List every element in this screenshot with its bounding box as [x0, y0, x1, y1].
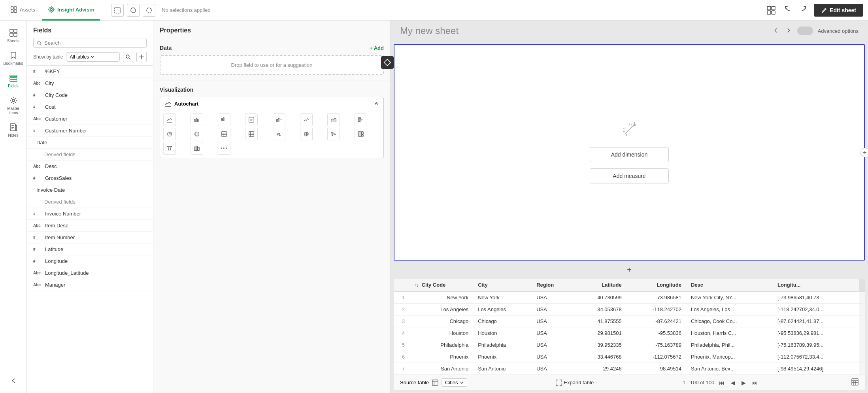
page-next-button[interactable]: ▶: [740, 379, 747, 387]
viz-inner: Add dimension Add measure: [394, 45, 864, 260]
selection-tool-3[interactable]: [143, 4, 155, 17]
svg-rect-55: [222, 119, 223, 121]
field-item[interactable]: AbcManager: [27, 279, 153, 291]
viz-icon-treemap[interactable]: [355, 128, 367, 140]
advanced-options-toggle[interactable]: [797, 26, 813, 35]
viz-icon-map[interactable]: [300, 128, 313, 140]
table-row[interactable]: 5PhiladelphiaPhiladelphiaUSA39.952335-75…: [394, 339, 865, 351]
table-row[interactable]: 3ChicagoChicagoUSA41.875555-87.624421Chi…: [394, 316, 865, 327]
field-item[interactable]: #Item Number: [27, 232, 153, 244]
data-table: ↑↓ City Code City Region L: [394, 279, 865, 375]
sidebar-item-bookmarks[interactable]: Bookmarks: [2, 48, 25, 69]
field-item[interactable]: #Invoice Number: [27, 208, 153, 220]
redo-button[interactable]: [798, 4, 809, 17]
page-last-button[interactable]: ⏭: [751, 379, 759, 387]
field-item[interactable]: AbcCustomer: [27, 113, 153, 125]
field-item[interactable]: #Latitude: [27, 244, 153, 255]
tab-insight-advisor[interactable]: Insight Advisor: [42, 0, 100, 21]
tab-assets[interactable]: Assets: [5, 0, 41, 21]
field-item[interactable]: #Cost: [27, 101, 153, 113]
viz-icon-combo[interactable]: [273, 113, 285, 126]
viz-icon-donut[interactable]: [191, 128, 203, 140]
field-item[interactable]: #%KEY: [27, 66, 153, 77]
field-item[interactable]: #Longitude: [27, 255, 153, 267]
field-item[interactable]: AbcLongitude_Latitude: [27, 267, 153, 279]
add-visualization-button[interactable]: +: [627, 265, 632, 274]
drop-zone[interactable]: Drop field to use or for a suggestion: [160, 55, 384, 75]
table-col-longitu[interactable]: Longitu...: [773, 279, 859, 291]
table-options-icon[interactable]: [851, 378, 859, 387]
add-data-button[interactable]: + Add: [370, 45, 384, 51]
sidebar-item-fields[interactable]: Fields: [2, 70, 25, 91]
table-row[interactable]: 4HoustonHoustonUSA29.981501-95.53836Hous…: [394, 327, 865, 339]
field-item[interactable]: AbcItem Desc: [27, 220, 153, 232]
sidebar-item-notes[interactable]: Notes: [2, 120, 25, 141]
nav-next-button[interactable]: [785, 26, 793, 36]
svg-point-12: [147, 8, 151, 12]
sidebar-item-sheets[interactable]: Sheets: [2, 25, 25, 46]
viz-icon-funnel[interactable]: [163, 142, 176, 155]
page-first-button[interactable]: ⏮: [717, 379, 726, 387]
viz-icon-scatter[interactable]: [327, 128, 340, 140]
table-col-city-code[interactable]: ↑↓ City Code: [409, 279, 473, 291]
table-col-region[interactable]: Region: [532, 279, 574, 291]
selection-tool-2[interactable]: [127, 4, 140, 17]
table-col-desc[interactable]: Desc: [686, 279, 773, 291]
add-dimension-button[interactable]: Add dimension: [590, 147, 669, 162]
table-col-longitude[interactable]: Longitude: [626, 279, 686, 291]
search-bar[interactable]: [33, 38, 147, 48]
selection-tool-1[interactable]: [111, 4, 124, 17]
edit-sheet-button[interactable]: Edit sheet: [814, 4, 863, 17]
table-row[interactable]: 6PhoenixPhoenixUSA33.446768-112.075672Ph…: [394, 351, 865, 363]
table-row[interactable]: 7San AntonioSan AntonioUSA29.4246-98.495…: [394, 363, 865, 375]
nav-prev-button[interactable]: [772, 26, 780, 36]
search-input[interactable]: [44, 40, 143, 46]
viz-icon-area[interactable]: [327, 113, 340, 126]
page-prev-button[interactable]: ◀: [729, 379, 737, 387]
viz-icon-pie[interactable]: [163, 128, 176, 140]
table-col-city[interactable]: City: [473, 279, 532, 291]
add-measure-button[interactable]: Add measure: [590, 168, 669, 183]
field-name: Date: [36, 140, 47, 145]
viz-icon-stacked-bar[interactable]: [218, 113, 230, 126]
table-row[interactable]: 1New YorkNew YorkUSA40.730599-73.986581N…: [394, 291, 865, 304]
expand-table-button[interactable]: Expand table: [556, 380, 594, 386]
table-col-latitude[interactable]: Latitude: [574, 279, 626, 291]
table-header-row: ↑↓ City Code City Region L: [394, 279, 865, 291]
grid-view-button[interactable]: [765, 4, 777, 17]
add-right-button[interactable]: +: [860, 148, 868, 157]
cities-dropdown[interactable]: Cities: [442, 378, 467, 387]
field-item[interactable]: Derived fields: [27, 149, 153, 161]
table-row[interactable]: 2Los AngelesLos AngelesUSA34.053678-118.…: [394, 304, 865, 316]
field-item[interactable]: #GrossSales: [27, 172, 153, 184]
search-fields-button[interactable]: [123, 52, 133, 62]
field-item[interactable]: AbcDesc: [27, 161, 153, 172]
undo-button[interactable]: [782, 4, 793, 17]
viz-icon-table[interactable]: [218, 128, 230, 140]
field-item[interactable]: Date: [27, 137, 153, 149]
field-item[interactable]: Derived fields: [27, 196, 153, 208]
viz-icon-bar[interactable]: [191, 113, 203, 126]
sidebar-back-button[interactable]: [2, 373, 25, 388]
viz-header[interactable]: Autochart: [160, 97, 383, 110]
field-item[interactable]: #City Code: [27, 89, 153, 101]
field-item[interactable]: AbcCity: [27, 77, 153, 89]
field-item[interactable]: Invoice Date: [27, 184, 153, 196]
viz-icon-autochart[interactable]: [163, 113, 176, 126]
viz-icon-mekko[interactable]: [191, 142, 203, 155]
viz-icon-number[interactable]: #1: [273, 128, 285, 140]
add-label: + Add: [370, 45, 384, 51]
viz-icon-line[interactable]: [300, 113, 313, 126]
add-field-button[interactable]: [136, 52, 147, 62]
sidebar-item-master-items[interactable]: Master items: [2, 93, 25, 118]
viz-icon-pivot[interactable]: [245, 128, 258, 140]
viz-icon-more[interactable]: ···: [218, 142, 230, 155]
table-dropdown[interactable]: All tables: [66, 52, 120, 62]
add-row[interactable]: +: [394, 264, 865, 276]
viz-icon-bar-h[interactable]: [355, 113, 367, 126]
viz-icon-kpi[interactable]: 42: [245, 113, 258, 126]
field-item[interactable]: #Customer Number: [27, 125, 153, 137]
col-city-label: City: [478, 282, 488, 288]
resize-handle[interactable]: [388, 21, 390, 393]
fields-list: #%KEYAbcCity#City Code#CostAbcCustomer#C…: [27, 66, 153, 393]
